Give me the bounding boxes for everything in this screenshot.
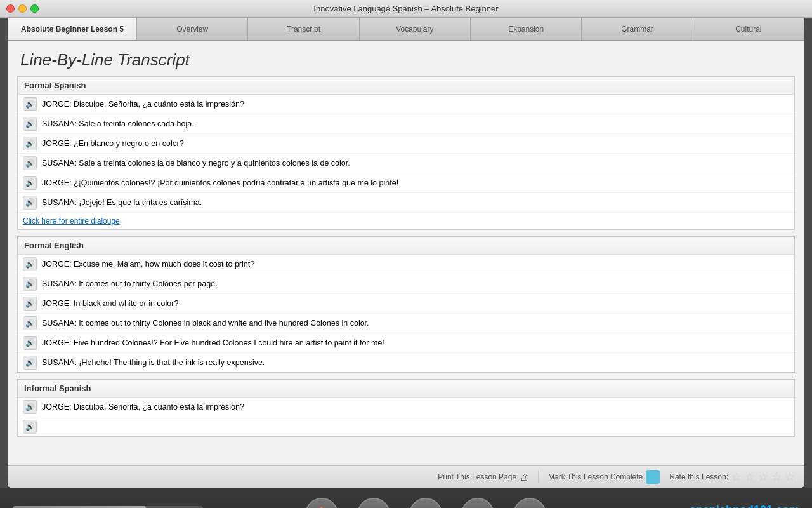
- tab-cultural[interactable]: Cultural: [693, 18, 804, 40]
- feedback-icon[interactable]: 💬: [409, 498, 442, 508]
- star-4[interactable]: ☆: [771, 470, 782, 484]
- transcript-line: 🔊 JORGE: Excuse me, Ma'am, how much does…: [18, 255, 794, 274]
- audio-button[interactable]: 🔊: [23, 176, 37, 190]
- dock: Voice Recorder ▶ ⏺ 🔊 🏠 Start Page 🔎 Refe…: [0, 488, 812, 508]
- transcript-text: JORGE: In black and white or in color?: [42, 299, 178, 308]
- section-formal-spanish: Formal Spanish 🔊 JORGE: Disculpe, Señori…: [17, 76, 795, 230]
- transcript-text: SUSANA: ¡Hehehe! The thing is that the i…: [42, 358, 265, 367]
- audio-button[interactable]: 🔊: [23, 356, 37, 370]
- section-header-formal-spanish: Formal Spanish: [18, 77, 794, 95]
- tab-grammar[interactable]: Grammar: [582, 18, 693, 40]
- star-2[interactable]: ☆: [745, 470, 755, 484]
- section-formal-english: Formal English 🔊 JORGE: Excuse me, Ma'am…: [17, 236, 795, 373]
- title-bar: Innovative Language Spanish – Absolute B…: [0, 0, 812, 18]
- transcript-line: 🔊: [18, 417, 794, 436]
- audio-button[interactable]: 🔊: [23, 137, 37, 150]
- tab-transcript[interactable]: Transcript: [248, 18, 359, 40]
- traffic-lights: [6, 4, 39, 13]
- rate-section: Rate this Lesson: ☆ ☆ ☆ ☆ ☆: [669, 470, 795, 484]
- transcript-scroll[interactable]: Formal Spanish 🔊 JORGE: Disculpe, Señori…: [8, 76, 804, 465]
- transcript-text: SUSANA: Sale a treinta colones la de bla…: [42, 159, 350, 168]
- audio-button[interactable]: 🔊: [23, 257, 37, 271]
- complete-label: Mark This Lesson Complete: [548, 472, 643, 481]
- transcript-line: 🔊 JORGE: Disculpa, Señorita, ¿a cuánto e…: [18, 398, 794, 417]
- transcript-text: JORGE: Excuse me, Ma'am, how much does i…: [42, 260, 254, 269]
- page-title: Line-By-Line Transcript: [20, 50, 792, 70]
- audio-button[interactable]: 🔊: [23, 277, 37, 291]
- audio-button[interactable]: 🔊: [23, 420, 37, 434]
- transcript-line: 🔊 SUSANA: Sale a treinta colones cada ho…: [18, 114, 794, 134]
- audio-button[interactable]: 🔊: [23, 196, 37, 210]
- brand-highlight: 101: [754, 504, 773, 509]
- main-window: Absolute Beginner Lesson 5 Overview Tran…: [8, 18, 804, 488]
- content-area: Line-By-Line Transcript Formal Spanish 🔊…: [8, 41, 804, 488]
- audio-button[interactable]: 🔊: [23, 400, 37, 414]
- transcript-line: 🔊 JORGE: Disculpe, Señorita, ¿a cuánto e…: [18, 95, 794, 114]
- transcript-line: 🔊 JORGE: Five hundred Colones!? For Five…: [18, 333, 794, 353]
- printer-icon: 🖨: [520, 472, 528, 482]
- section-header-informal-spanish: Informal Spanish: [18, 380, 794, 398]
- tab-vocabulary[interactable]: Vocabulary: [360, 18, 471, 40]
- news-icon[interactable]: 📡: [513, 498, 546, 508]
- transcript-text: JORGE: ¿¡Quinientos colones!? ¡Por quini…: [42, 178, 398, 187]
- nav-icons: 🏠 Start Page 🔎 Reference 💬 Feedback ℹ Ab…: [305, 498, 546, 508]
- tab-expansion[interactable]: Expansion: [471, 18, 582, 40]
- section-informal-spanish: Informal Spanish 🔊 JORGE: Disculpa, Seño…: [17, 379, 795, 437]
- star-3[interactable]: ☆: [758, 470, 768, 484]
- nav-start-page[interactable]: 🏠 Start Page: [305, 498, 338, 508]
- audio-button[interactable]: 🔊: [23, 97, 37, 111]
- tab-overview[interactable]: Overview: [137, 18, 248, 40]
- bottom-action-bar: Print This Lesson Page 🖨 Mark This Lesso…: [8, 465, 804, 488]
- about-us-icon[interactable]: ℹ: [461, 498, 494, 508]
- transcript-text: SUSANA: It comes out to thirty Colones p…: [42, 279, 218, 288]
- start-page-icon[interactable]: 🏠: [305, 498, 338, 508]
- complete-checkbox[interactable]: [646, 470, 660, 484]
- page-title-area: Line-By-Line Transcript: [8, 41, 804, 76]
- print-button[interactable]: Print This Lesson Page 🖨: [438, 472, 528, 482]
- star-5[interactable]: ☆: [785, 470, 795, 484]
- star-1[interactable]: ☆: [731, 470, 742, 484]
- transcript-text: JORGE: ¿En blanco y negro o en color?: [42, 139, 184, 148]
- tab-bar: Absolute Beginner Lesson 5 Overview Tran…: [8, 18, 804, 41]
- audio-button[interactable]: 🔊: [23, 316, 37, 330]
- brand-name-text: spanishpod: [690, 504, 754, 509]
- rate-label: Rate this Lesson:: [669, 472, 728, 481]
- transcript-line: 🔊 SUSANA: ¡Jejeje! Es que la tinta es ca…: [18, 193, 794, 213]
- transcript-text: JORGE: Disculpe, Señorita, ¿a cuánto est…: [42, 100, 244, 109]
- transcript-line: 🔊 JORGE: ¿¡Quinientos colones!? ¡Por qui…: [18, 173, 794, 193]
- active-tab[interactable]: Absolute Beginner Lesson 5: [8, 18, 137, 40]
- transcript-line: 🔊 SUSANA: It comes out to thirty Colones…: [18, 274, 794, 294]
- brand-domain: .com: [773, 504, 799, 509]
- transcript-line: 🔊 SUSANA: It comes out to thirty Colones…: [18, 314, 794, 333]
- section-header-formal-english: Formal English: [18, 237, 794, 255]
- window-title: Innovative Language Spanish – Absolute B…: [313, 4, 498, 13]
- transcript-text: SUSANA: It comes out to thirty Colones i…: [42, 319, 369, 328]
- print-label: Print This Lesson Page: [438, 472, 516, 481]
- close-button[interactable]: [6, 4, 15, 13]
- transcript-line: 🔊 JORGE: In black and white or in color?: [18, 294, 794, 314]
- audio-button[interactable]: 🔊: [23, 117, 37, 131]
- transcript-text: JORGE: Disculpa, Señorita, ¿a cuánto est…: [42, 403, 244, 411]
- nav-reference[interactable]: 🔎 Reference: [357, 498, 390, 508]
- mark-complete-button[interactable]: Mark This Lesson Complete: [548, 470, 660, 484]
- transcript-text: JORGE: Five hundred Colones!? For Five h…: [42, 338, 384, 347]
- transcript-line: 🔊 SUSANA: Sale a treinta colones la de b…: [18, 154, 794, 173]
- minimize-button[interactable]: [18, 4, 27, 13]
- nav-news[interactable]: 📡 News: [513, 498, 546, 508]
- brand-name: spanishpod101.com: [690, 504, 799, 509]
- transcript-line: 🔊 SUSANA: ¡Hehehe! The thing is that the…: [18, 353, 794, 372]
- audio-button[interactable]: 🔊: [23, 297, 37, 311]
- branding: spanishpod101.com get your free lifetime…: [686, 504, 799, 509]
- reference-icon[interactable]: 🔎: [357, 498, 390, 508]
- audio-button[interactable]: 🔊: [23, 336, 37, 350]
- nav-about-us[interactable]: ℹ About Us: [461, 498, 494, 508]
- click-dialogue-link[interactable]: Click here for entire dialouge: [18, 213, 794, 229]
- transcript-text: SUSANA: Sale a treinta colones cada hoja…: [42, 119, 194, 128]
- transcript-text: SUSANA: ¡Jejeje! Es que la tinta es carí…: [42, 198, 202, 207]
- nav-feedback[interactable]: 💬 Feedback: [409, 498, 442, 508]
- maximize-button[interactable]: [30, 4, 39, 13]
- transcript-line: 🔊 JORGE: ¿En blanco y negro o en color?: [18, 134, 794, 154]
- audio-button[interactable]: 🔊: [23, 156, 37, 170]
